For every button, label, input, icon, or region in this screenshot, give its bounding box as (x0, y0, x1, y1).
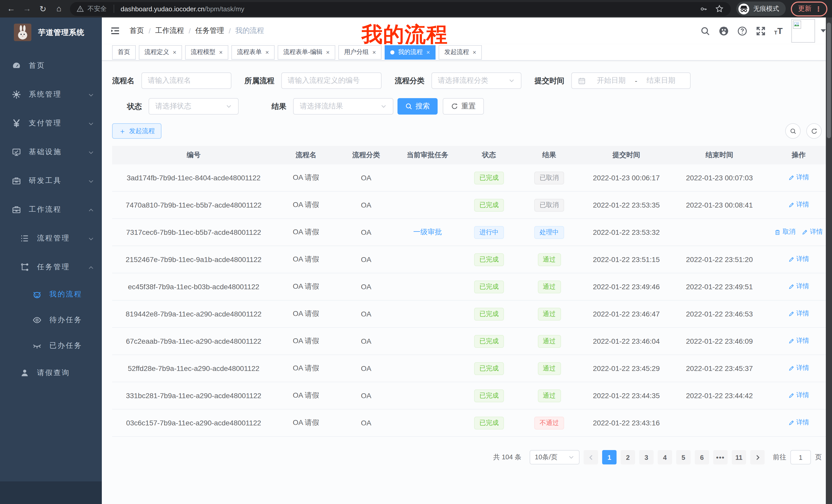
goto-page-input[interactable]: 1 (790, 450, 811, 465)
detail-link[interactable]: 详情 (788, 173, 809, 182)
process-table: 编号流程名流程分类当前审批任务状态结果提交时间结束时间操作 3ad174fb-7… (112, 146, 831, 437)
detail-link[interactable]: 详情 (788, 418, 809, 427)
detail-link[interactable]: 详情 (788, 391, 809, 400)
detail-link[interactable]: 详情 (788, 364, 809, 373)
sidebar-item[interactable]: 支付管理 (0, 109, 102, 138)
browser-menu-icon[interactable]: ⋮ (815, 5, 822, 12)
help-icon[interactable] (737, 26, 747, 36)
start-date[interactable]: 开始日期 (589, 76, 634, 85)
back-icon[interactable]: ← (3, 4, 19, 13)
detail-link[interactable]: 详情 (802, 228, 823, 236)
definition-input[interactable]: 请输入流程定义的编号 (281, 73, 381, 89)
status-select[interactable]: 请选择状态 (149, 98, 239, 115)
page-button[interactable]: 5 (676, 450, 691, 465)
column-header: 状态 (460, 146, 518, 164)
tab[interactable]: 流程表单-编辑 (278, 45, 335, 59)
sidebar-item[interactable]: 待办任务 (0, 307, 102, 333)
address-bar[interactable]: 不安全 dashboard.yudao.iocoder.cn/bpm/task/… (70, 2, 731, 16)
column-header: 提交时间 (580, 146, 673, 164)
tab[interactable]: 用户分组 (338, 45, 382, 59)
page-button[interactable]: 3 (639, 450, 654, 465)
sidebar-item[interactable]: 基础设施 (0, 138, 102, 166)
breadcrumb-item[interactable]: 首页 (130, 26, 144, 35)
detail-link[interactable]: 详情 (788, 282, 809, 291)
page-button[interactable]: 11 (732, 450, 746, 465)
next-page-button[interactable] (750, 450, 765, 465)
sidebar-item[interactable]: 已办任务 (0, 333, 102, 359)
reset-button[interactable]: 重置 (443, 98, 484, 115)
close-icon[interactable] (219, 49, 223, 55)
prev-page-button[interactable] (583, 450, 598, 465)
sidebar-item[interactable]: 首页 (0, 51, 102, 80)
search-icon[interactable] (700, 26, 710, 36)
name-label: 流程名 (112, 76, 134, 86)
cancel-link[interactable]: 取消 (774, 228, 796, 236)
tab[interactable]: 首页 (112, 45, 136, 59)
task-link[interactable]: 一级审批 (413, 228, 442, 236)
status-label: 状态 (112, 102, 142, 111)
name-input[interactable]: 请输入流程名 (141, 73, 231, 89)
tab[interactable]: 流程模型 (185, 45, 228, 59)
security-label[interactable]: 不安全 (87, 4, 107, 13)
breadcrumb-item[interactable]: 工作流程 (155, 26, 184, 35)
hamburger-icon[interactable] (110, 26, 120, 36)
url-text[interactable]: dashboard.yudao.iocoder.cn/bpm/task/my (121, 5, 244, 12)
detail-link[interactable]: 详情 (788, 337, 809, 345)
sidebar-item[interactable]: 研发工具 (0, 166, 102, 195)
breadcrumb-item[interactable]: 任务管理 (196, 26, 224, 35)
avatar[interactable] (791, 19, 815, 43)
result-select[interactable]: 请选择流结果 (293, 98, 393, 115)
page-button[interactable]: 1 (602, 450, 617, 465)
sidebar-item[interactable]: 工作流程 (0, 195, 102, 224)
sidebar-item[interactable]: 我的流程 (0, 282, 102, 307)
sidebar-item[interactable]: 系统管理 (0, 80, 102, 109)
date-range-input[interactable]: 开始日期 - 结束日期 (571, 73, 690, 89)
page-size-select[interactable]: 10条/页 (530, 450, 579, 465)
search-button[interactable]: 搜索 (397, 98, 438, 115)
close-icon[interactable] (473, 49, 476, 55)
close-icon[interactable] (265, 49, 269, 55)
home-icon[interactable]: ⌂ (51, 4, 67, 13)
close-icon[interactable] (372, 49, 376, 55)
result-badge: 通过 (538, 307, 561, 320)
close-icon[interactable] (426, 49, 430, 55)
font-size-icon[interactable]: TT (774, 26, 783, 35)
tab[interactable]: 我的流程 (385, 45, 436, 59)
fullscreen-icon[interactable] (756, 26, 765, 36)
sidebar-item[interactable]: 请假查询 (0, 359, 102, 387)
caret-down-icon[interactable] (821, 29, 826, 33)
time-label: 提交时间 (535, 76, 564, 86)
page-ellipsis[interactable]: ••• (713, 450, 728, 465)
tab[interactable]: 发起流程 (439, 45, 482, 59)
result-badge: 不通过 (535, 416, 564, 429)
cell-end-time: 2022-01-23 00:07:03 (673, 164, 766, 191)
detail-link[interactable]: 详情 (788, 310, 809, 318)
create-process-button[interactable]: ＋ 发起流程 (112, 123, 161, 139)
tab[interactable]: 流程定义 (139, 45, 182, 59)
key-icon[interactable] (700, 5, 707, 12)
page-button[interactable]: 6 (695, 450, 709, 465)
reload-icon[interactable]: ↻ (35, 4, 51, 13)
detail-link[interactable]: 详情 (788, 201, 809, 209)
page-button[interactable]: 2 (621, 450, 635, 465)
tab[interactable]: 流程表单 (231, 45, 275, 59)
detail-link[interactable]: 详情 (788, 255, 809, 264)
sidebar-item[interactable]: 流程管理 (0, 224, 102, 253)
category-select[interactable]: 请选择流程分类 (431, 73, 521, 89)
monitor-icon (11, 147, 21, 157)
scrollbar-thumb[interactable] (827, 23, 831, 138)
update-button[interactable]: 更新 ⋮ (791, 1, 827, 16)
close-icon[interactable] (326, 49, 330, 55)
category-label: 流程分类 (395, 76, 424, 86)
sidebar-item[interactable]: 任务管理 (0, 253, 102, 282)
page-button[interactable]: 4 (658, 450, 672, 465)
star-icon[interactable] (715, 5, 724, 13)
page-scrollbar[interactable] (826, 18, 832, 504)
github-icon[interactable] (719, 26, 728, 36)
show-search-button[interactable] (785, 123, 801, 139)
refresh-table-button[interactable] (806, 123, 822, 139)
close-icon[interactable] (173, 49, 176, 55)
sidebar-collapse-bar[interactable] (0, 481, 102, 504)
forward-icon[interactable]: → (19, 4, 35, 13)
end-date[interactable]: 结束日期 (639, 76, 684, 85)
